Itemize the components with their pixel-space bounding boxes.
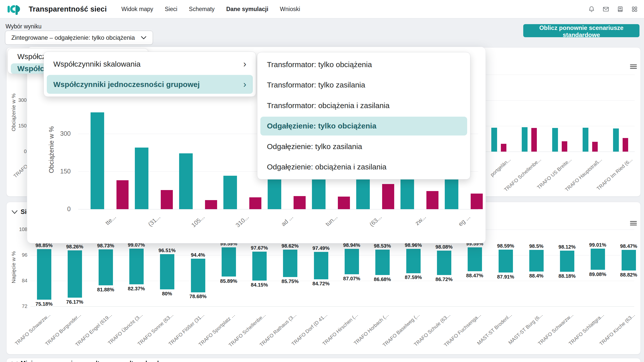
bar-value-label: 82.37% [119, 286, 154, 292]
chevron-right-icon: › [243, 59, 246, 69]
bar-value-label: 98.85% [26, 243, 62, 248]
bar-value-label: 97.49% [303, 245, 339, 251]
nav-item-dane-symulacji[interactable]: Dane symulacji [226, 6, 268, 13]
bar [406, 249, 421, 273]
bar [592, 142, 598, 152]
bar [191, 259, 205, 292]
bar [591, 249, 605, 270]
bar [205, 200, 217, 209]
menu-item[interactable]: Współczynniki jednoczesności grupowej› [47, 75, 253, 94]
menu-item-label: Odgałęzienie: obciążenia i zasilania [267, 163, 386, 171]
menu-item-label: Odgałęzienie: tylko obciążenia [267, 122, 376, 130]
gridline [30, 255, 634, 255]
bar-value-label: 88.47% [457, 273, 492, 279]
nav-item-wnioski[interactable]: Wnioski [280, 6, 300, 13]
bar [400, 179, 414, 209]
recalculate-button[interactable]: Oblicz ponownie scenariusze standardowe [523, 24, 639, 37]
chevron-down-icon [141, 36, 147, 39]
bar-value-label: 98.73% [88, 243, 123, 249]
menu-item[interactable]: Transformator: obciążenia i zasilania [260, 96, 467, 115]
bar [161, 190, 173, 209]
menu-item[interactable]: Odgałęzienie: tylko obciążenia [260, 117, 467, 136]
bar [437, 251, 451, 275]
bar [338, 197, 350, 209]
menu-item-label: Transformator: obciążenia i zasilania [267, 101, 389, 110]
bar-value-label: 87.91% [488, 274, 523, 280]
card-menu-icon[interactable] [630, 220, 637, 226]
result-picker-value: Zintegrowane – odgałęzienie: tylko obcią… [11, 34, 135, 41]
menu-item[interactable]: Transformator: tylko obciążenia [260, 55, 467, 74]
bar [501, 144, 506, 152]
bar [222, 247, 236, 277]
bar [345, 249, 359, 274]
top-icons [588, 0, 638, 18]
bar-value-label: 98.26% [57, 244, 92, 250]
bar [116, 180, 129, 209]
menu-item[interactable]: Transformator: tylko zasilania [260, 76, 467, 95]
bar-value-label: 98.62% [272, 243, 308, 249]
bar [268, 179, 281, 209]
bar-value-label: 80% [149, 291, 185, 297]
bar [99, 249, 113, 285]
bar-value-label: 98.53% [365, 243, 400, 249]
bar-value-label: 84.15% [242, 282, 277, 288]
voltage-chart-ylabel: Napięcie w % [11, 230, 17, 305]
menu-item-label: Współczynniki jednoczesności grupowej [53, 80, 200, 89]
bar-value-label: 81.88% [88, 287, 123, 293]
collapse-chevron-icon[interactable] [11, 210, 18, 214]
bar [179, 153, 193, 209]
nav-item-widok-mapy[interactable]: Widok mapy [121, 6, 153, 13]
menu-item[interactable]: Współczynniki skalowania› [47, 55, 253, 73]
bar-value-label: 94.4% [180, 252, 216, 258]
y-tick-label: 0 [51, 205, 71, 213]
bar [562, 141, 567, 152]
load-chart-ylabel: Obciążenie w % [11, 75, 17, 150]
x-axis-line [30, 306, 634, 307]
bar [583, 128, 588, 152]
mail-icon[interactable] [602, 6, 609, 13]
bar-value-label: 75.18% [26, 301, 62, 307]
bar-value-label: 86.72% [426, 277, 462, 282]
bar-value-label: 98.47% [611, 243, 640, 249]
bar [283, 250, 297, 277]
nav-item-schematy[interactable]: Schematy [189, 6, 215, 13]
nav-item-sieci[interactable]: Sieci [165, 6, 177, 13]
bar-value-label: 76.17% [57, 299, 92, 305]
bar-value-label: 96.51% [149, 248, 185, 253]
bar [252, 252, 267, 281]
bar [356, 179, 370, 209]
bar-value-label: 88.82% [611, 272, 640, 278]
dropdown-menu-level2: Współczynniki skalowania›Współczynniki j… [44, 52, 256, 97]
bar [314, 252, 328, 279]
menu-item[interactable]: Odgałęzienie: obciążenia i zasilania [260, 158, 467, 177]
x-axis-label: tte... [38, 213, 117, 243]
bar-value-label: 88.18% [549, 273, 585, 279]
bar-value-label: 89.08% [580, 272, 615, 277]
result-picker-select[interactable]: Zintegrowane – odgałęzienie: tylko obcią… [5, 31, 153, 45]
bar [445, 179, 458, 209]
dropdown-submenu: Transformator: tylko obciążeniaTransform… [257, 52, 470, 179]
bar [382, 184, 394, 209]
bar-value-label: 86.68% [365, 277, 400, 282]
bar-value-label: 85.75% [272, 279, 308, 284]
bar-value-label: 98.08% [426, 244, 462, 250]
bar [552, 128, 558, 152]
card-menu-icon[interactable] [630, 64, 637, 70]
bar [529, 250, 544, 272]
bar-value-label: 87.59% [396, 275, 431, 280]
bar [613, 128, 619, 152]
bar [129, 249, 144, 284]
bar [468, 247, 482, 271]
bell-icon[interactable] [588, 6, 595, 13]
bar [135, 148, 148, 209]
bar [491, 128, 497, 152]
app-logo-icon[interactable] [7, 3, 20, 15]
bar [522, 127, 528, 152]
document-icon[interactable] [617, 6, 624, 13]
bar [249, 197, 261, 209]
bar [294, 196, 306, 209]
menu-item[interactable]: Odgałęzienie: tylko zasilania [260, 137, 467, 156]
app-title: Transparentność sieci [29, 5, 107, 13]
apps-grid-icon[interactable] [631, 6, 638, 13]
bar-value-label: 78.68% [180, 294, 216, 299]
